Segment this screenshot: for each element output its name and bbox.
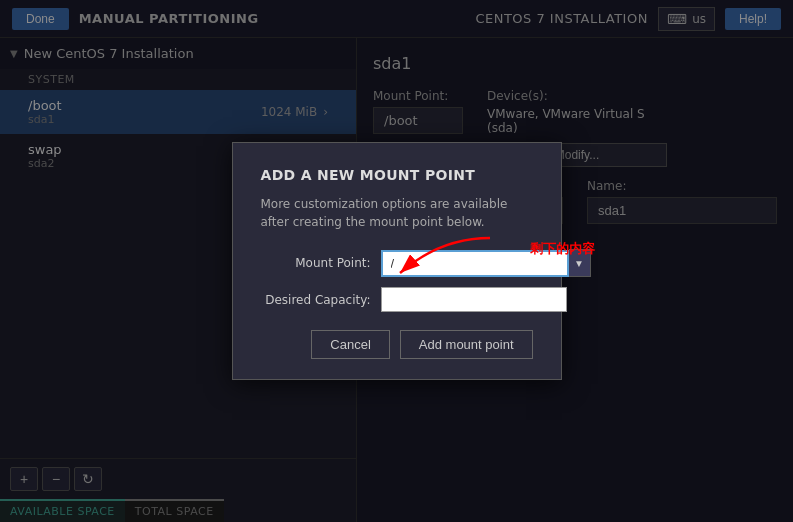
modal-desired-capacity-label: Desired Capacity: <box>261 293 371 307</box>
modal-title: ADD A NEW MOUNT POINT <box>261 167 533 183</box>
modal-dialog: ADD A NEW MOUNT POINT More customization… <box>232 142 562 380</box>
modal-desired-capacity-wrapper <box>381 287 567 312</box>
modal-mount-point-wrapper: ▼ <box>381 249 591 277</box>
modal-desired-capacity-row: Desired Capacity: <box>261 287 533 312</box>
modal-mount-point-dropdown[interactable]: ▼ <box>569 249 591 277</box>
add-mount-point-button[interactable]: Add mount point <box>400 330 533 359</box>
modal-desired-capacity-input[interactable] <box>381 287 567 312</box>
modal-description: More customization options are available… <box>261 195 533 231</box>
modal-mount-point-input[interactable] <box>381 250 569 277</box>
modal-buttons: Cancel Add mount point <box>261 330 533 359</box>
cancel-button[interactable]: Cancel <box>311 330 389 359</box>
modal-overlay: ADD A NEW MOUNT POINT More customization… <box>0 0 793 522</box>
modal-mount-point-row: Mount Point: ▼ <box>261 249 533 277</box>
modal-mount-point-label: Mount Point: <box>261 256 371 270</box>
